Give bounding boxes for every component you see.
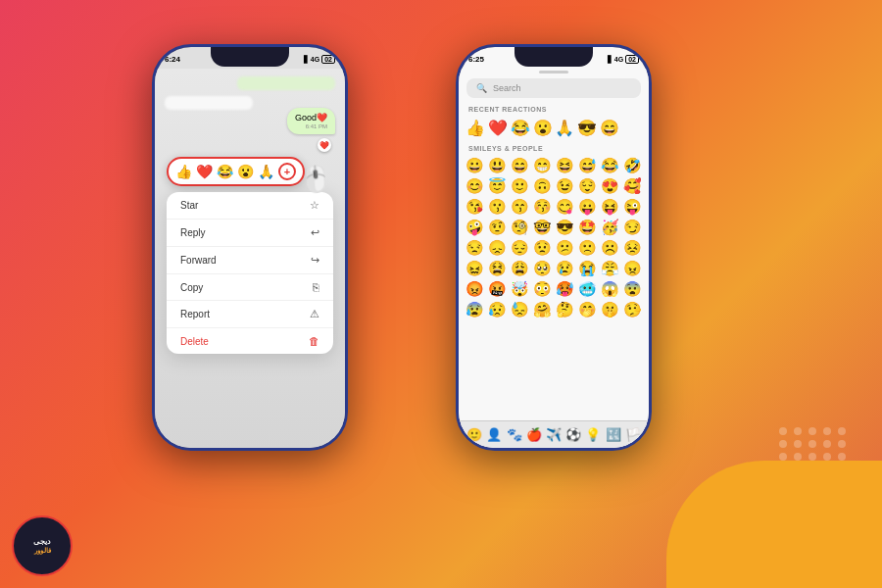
e59[interactable]: 😓 — [510, 300, 531, 319]
recent-emoji-1[interactable]: 👍 — [465, 117, 486, 139]
recent-emoji-6[interactable]: 😎 — [576, 117, 598, 139]
e41[interactable]: 😖 — [465, 259, 486, 278]
e60[interactable]: 🤗 — [532, 300, 554, 319]
emoji-laugh[interactable]: 😂 — [217, 164, 233, 179]
e22[interactable]: 😛 — [576, 197, 598, 217]
bottom-icon-people[interactable]: 👤 — [486, 427, 502, 442]
e43[interactable]: 😩 — [510, 259, 531, 278]
recent-emoji-7[interactable]: 😄 — [599, 117, 620, 139]
e36[interactable]: 😟 — [532, 238, 554, 258]
e38[interactable]: 🙁 — [576, 238, 598, 258]
e55[interactable]: 😱 — [599, 279, 620, 299]
e40[interactable]: 😣 — [621, 238, 643, 258]
e3[interactable]: 😄 — [510, 156, 531, 175]
e49[interactable]: 😡 — [465, 279, 486, 299]
emoji-pray[interactable]: 🙏 — [258, 164, 274, 179]
e7[interactable]: 😂 — [599, 156, 620, 175]
e45[interactable]: 😢 — [555, 259, 576, 278]
e17[interactable]: 😘 — [465, 197, 486, 217]
e20[interactable]: 😚 — [532, 197, 554, 217]
e52[interactable]: 😳 — [532, 279, 554, 299]
e61[interactable]: 🤔 — [555, 300, 576, 319]
recent-emoji-3[interactable]: 😂 — [510, 117, 531, 139]
e39[interactable]: ☹️ — [599, 238, 620, 258]
e1[interactable]: 😀 — [465, 156, 486, 175]
e30[interactable]: 🤩 — [576, 218, 598, 237]
emoji-reaction-bar[interactable]: 👍 ❤️ 😂 😮 🙏 + — [167, 157, 305, 186]
e44[interactable]: 🥺 — [532, 259, 554, 278]
e9[interactable]: 😊 — [465, 176, 486, 196]
e35[interactable]: 😔 — [510, 238, 531, 258]
recent-emoji-2[interactable]: ❤️ — [487, 117, 509, 139]
e21[interactable]: 😋 — [555, 197, 576, 217]
e6[interactable]: 😅 — [576, 156, 598, 175]
e2[interactable]: 😃 — [487, 156, 509, 175]
bottom-icon-symbols[interactable]: 🔣 — [606, 427, 621, 442]
e51[interactable]: 🤯 — [510, 279, 531, 299]
e29[interactable]: 😎 — [555, 218, 576, 237]
e46[interactable]: 😭 — [576, 259, 598, 278]
e14[interactable]: 😌 — [576, 176, 598, 196]
recent-emoji-4[interactable]: 😮 — [532, 117, 554, 139]
e33[interactable]: 😒 — [465, 238, 486, 258]
smileys-emoji-grid: 😀 😃 😄 😁 😆 😅 😂 🤣 😊 😇 🙂 🙃 😉 😌 😍 🥰 😘 😗 😙 — [459, 154, 649, 321]
e64[interactable]: 🤥 — [621, 300, 643, 319]
emoji-heart[interactable]: ❤️ — [196, 164, 213, 179]
e28[interactable]: 🤓 — [532, 218, 554, 237]
e31[interactable]: 🥳 — [599, 218, 620, 237]
e10[interactable]: 😇 — [487, 176, 509, 196]
e5[interactable]: 😆 — [555, 156, 576, 175]
bottom-icon-travel[interactable]: ✈️ — [546, 427, 562, 442]
bottom-icon-food[interactable]: 🍎 — [526, 427, 542, 442]
e19[interactable]: 😙 — [510, 197, 531, 217]
menu-star-label: Star — [180, 200, 198, 211]
recent-emoji-5[interactable]: 🙏 — [555, 117, 576, 139]
e15[interactable]: 😍 — [599, 176, 620, 196]
bottom-icon-smileys[interactable]: 🙂 — [466, 427, 482, 442]
menu-item-reply[interactable]: Reply ↩ — [167, 220, 333, 247]
e18[interactable]: 😗 — [487, 197, 509, 217]
bottom-icon-objects[interactable]: 💡 — [585, 427, 601, 442]
e16[interactable]: 🥰 — [621, 176, 643, 196]
e12[interactable]: 🙃 — [532, 176, 554, 196]
e62[interactable]: 🤭 — [576, 300, 598, 319]
swipe-bar — [539, 71, 568, 74]
e57[interactable]: 😰 — [465, 300, 486, 319]
menu-item-copy[interactable]: Copy ⎘ — [167, 274, 333, 301]
emoji-plus-button[interactable]: + — [278, 163, 296, 180]
e23[interactable]: 😝 — [599, 197, 620, 217]
delete-icon: 🗑 — [309, 335, 319, 347]
e47[interactable]: 😤 — [599, 259, 620, 278]
menu-item-forward[interactable]: Forward ↪ — [167, 247, 333, 274]
e50[interactable]: 🤬 — [487, 279, 509, 299]
e32[interactable]: 😏 — [621, 218, 643, 237]
emoji-thumbsup[interactable]: 👍 — [175, 164, 192, 179]
e25[interactable]: 🤪 — [465, 218, 486, 237]
e63[interactable]: 🤫 — [599, 300, 620, 319]
search-bar[interactable]: 🔍 Search — [466, 78, 641, 98]
menu-item-delete[interactable]: Delete 🗑 — [167, 328, 333, 354]
e13[interactable]: 😉 — [555, 176, 576, 196]
e58[interactable]: 😥 — [487, 300, 509, 319]
e56[interactable]: 😨 — [621, 279, 643, 299]
e54[interactable]: 🥶 — [576, 279, 598, 299]
recent-emoji-grid: 👍 ❤️ 😂 😮 🙏 😎 😄 — [459, 115, 649, 141]
bottom-icon-activities[interactable]: ⚽ — [565, 427, 581, 442]
bottom-icon-flags[interactable]: 🏳️ — [625, 427, 641, 442]
e37[interactable]: 😕 — [555, 238, 576, 258]
e24[interactable]: 😜 — [621, 197, 643, 217]
e8[interactable]: 🤣 — [621, 156, 643, 175]
menu-item-report[interactable]: Report ⚠ — [167, 301, 333, 328]
emoji-wow[interactable]: 😮 — [237, 164, 254, 179]
e26[interactable]: 🤨 — [487, 218, 509, 237]
e34[interactable]: 😞 — [487, 238, 509, 258]
menu-item-star[interactable]: Star ☆ — [167, 192, 333, 220]
e53[interactable]: 🥵 — [555, 279, 576, 299]
e27[interactable]: 🧐 — [510, 218, 531, 237]
e48[interactable]: 😠 — [621, 259, 643, 278]
e42[interactable]: 😫 — [487, 259, 509, 278]
e11[interactable]: 🙂 — [510, 176, 531, 196]
forward-icon: ↪ — [311, 254, 319, 267]
bottom-icon-animals[interactable]: 🐾 — [507, 427, 522, 442]
e4[interactable]: 😁 — [532, 156, 554, 175]
